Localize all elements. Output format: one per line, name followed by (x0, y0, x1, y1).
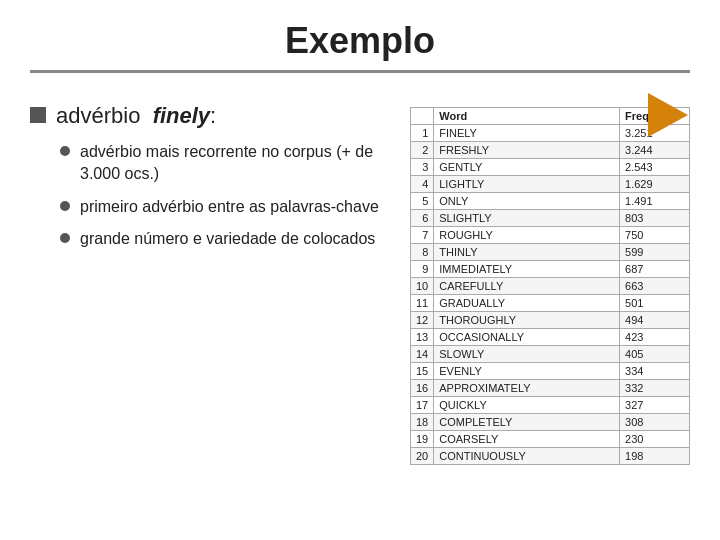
row-num: 16 (411, 380, 434, 397)
row-freq: 230 (620, 431, 690, 448)
table-row: 5 ONLY 1.491 (411, 193, 690, 210)
row-word: QUICKLY (434, 397, 620, 414)
row-freq: 423 (620, 329, 690, 346)
row-freq: 501 (620, 295, 690, 312)
table-row: 19 COARSELY 230 (411, 431, 690, 448)
row-word: APPROXIMATELY (434, 380, 620, 397)
row-freq: 1.629 (620, 176, 690, 193)
row-freq: 750 (620, 227, 690, 244)
row-num: 6 (411, 210, 434, 227)
table-row: 14 SLOWLY 405 (411, 346, 690, 363)
row-num: 17 (411, 397, 434, 414)
row-word: CAREFULLY (434, 278, 620, 295)
arrow-container (410, 93, 690, 137)
row-num: 11 (411, 295, 434, 312)
table-row: 17 QUICKLY 327 (411, 397, 690, 414)
row-word: OCCASIONALLY (434, 329, 620, 346)
row-word: ROUGHLY (434, 227, 620, 244)
sub-bullet-text-2: primeiro advérbio entre as palavras-chav… (80, 196, 379, 218)
divider (30, 70, 690, 73)
page-title: Exemplo (0, 0, 720, 70)
table-row: 11 GRADUALLY 501 (411, 295, 690, 312)
row-word: THOROUGHLY (434, 312, 620, 329)
row-word: SLOWLY (434, 346, 620, 363)
table-row: 4 LIGHTLY 1.629 (411, 176, 690, 193)
row-num: 7 (411, 227, 434, 244)
table-row: 13 OCCASIONALLY 423 (411, 329, 690, 346)
table-row: 20 CONTINUOUSLY 198 (411, 448, 690, 465)
row-word: IMMEDIATELY (434, 261, 620, 278)
row-freq: 332 (620, 380, 690, 397)
row-freq: 599 (620, 244, 690, 261)
adverb-word: finely (153, 103, 210, 128)
row-num: 14 (411, 346, 434, 363)
table-row: 6 SLIGHTLY 803 (411, 210, 690, 227)
row-freq: 198 (620, 448, 690, 465)
row-word: SLIGHTLY (434, 210, 620, 227)
row-word: CONTINUOUSLY (434, 448, 620, 465)
row-freq: 405 (620, 346, 690, 363)
row-num: 9 (411, 261, 434, 278)
table-row: 7 ROUGHLY 750 (411, 227, 690, 244)
row-word: COMPLETELY (434, 414, 620, 431)
table-row: 18 COMPLETELY 308 (411, 414, 690, 431)
row-freq: 687 (620, 261, 690, 278)
row-freq: 334 (620, 363, 690, 380)
row-word: LIGHTLY (434, 176, 620, 193)
table-row: 12 THOROUGHLY 494 (411, 312, 690, 329)
header-text: advérbio finely: (56, 103, 216, 129)
row-freq: 663 (620, 278, 690, 295)
row-num: 4 (411, 176, 434, 193)
row-num: 10 (411, 278, 434, 295)
row-num: 5 (411, 193, 434, 210)
data-table: Word Freq. 1 FINELY 3.251 2 FRESHLY 3.24… (410, 107, 690, 465)
row-word: EVENLY (434, 363, 620, 380)
row-num: 20 (411, 448, 434, 465)
row-freq: 3.244 (620, 142, 690, 159)
sub-bullet-dot-icon-2 (60, 201, 70, 211)
sub-bullet-text-1: advérbio mais recorrente no corpus (+ de… (80, 141, 390, 186)
row-num: 18 (411, 414, 434, 431)
sub-bullet-dot-icon-3 (60, 233, 70, 243)
table-row: 10 CAREFULLY 663 (411, 278, 690, 295)
row-word: FRESHLY (434, 142, 620, 159)
sub-bullet-text-3: grande número e variedade de colocados (80, 228, 375, 250)
table-row: 15 EVENLY 334 (411, 363, 690, 380)
row-word: GENTLY (434, 159, 620, 176)
row-num: 15 (411, 363, 434, 380)
table-row: 16 APPROXIMATELY 332 (411, 380, 690, 397)
left-section: advérbio finely: advérbio mais recorrent… (30, 93, 390, 465)
table-row: 3 GENTLY 2.543 (411, 159, 690, 176)
adverb-label: advérbio (56, 103, 140, 128)
row-num: 19 (411, 431, 434, 448)
table-row: 9 IMMEDIATELY 687 (411, 261, 690, 278)
row-freq: 308 (620, 414, 690, 431)
row-num: 12 (411, 312, 434, 329)
sub-bullets: advérbio mais recorrente no corpus (+ de… (60, 141, 390, 251)
arrow-icon (648, 93, 688, 137)
bullet-square-icon (30, 107, 46, 123)
table-row: 8 THINLY 599 (411, 244, 690, 261)
row-num: 3 (411, 159, 434, 176)
row-num: 8 (411, 244, 434, 261)
right-section: Word Freq. 1 FINELY 3.251 2 FRESHLY 3.24… (410, 93, 690, 465)
row-word: COARSELY (434, 431, 620, 448)
row-num: 2 (411, 142, 434, 159)
row-freq: 494 (620, 312, 690, 329)
row-word: GRADUALLY (434, 295, 620, 312)
row-word: THINLY (434, 244, 620, 261)
main-bullet: advérbio finely: (30, 103, 390, 129)
row-word: ONLY (434, 193, 620, 210)
sub-bullet-dot-icon (60, 146, 70, 156)
row-freq: 2.543 (620, 159, 690, 176)
sub-bullet-1: advérbio mais recorrente no corpus (+ de… (60, 141, 390, 186)
sub-bullet-2: primeiro advérbio entre as palavras-chav… (60, 196, 390, 218)
sub-bullet-3: grande número e variedade de colocados (60, 228, 390, 250)
content-area: advérbio finely: advérbio mais recorrent… (0, 93, 720, 465)
row-freq: 327 (620, 397, 690, 414)
page: Exemplo advérbio finely: advérbio mais r… (0, 0, 720, 540)
row-num: 13 (411, 329, 434, 346)
row-freq: 1.491 (620, 193, 690, 210)
table-row: 2 FRESHLY 3.244 (411, 142, 690, 159)
row-freq: 803 (620, 210, 690, 227)
